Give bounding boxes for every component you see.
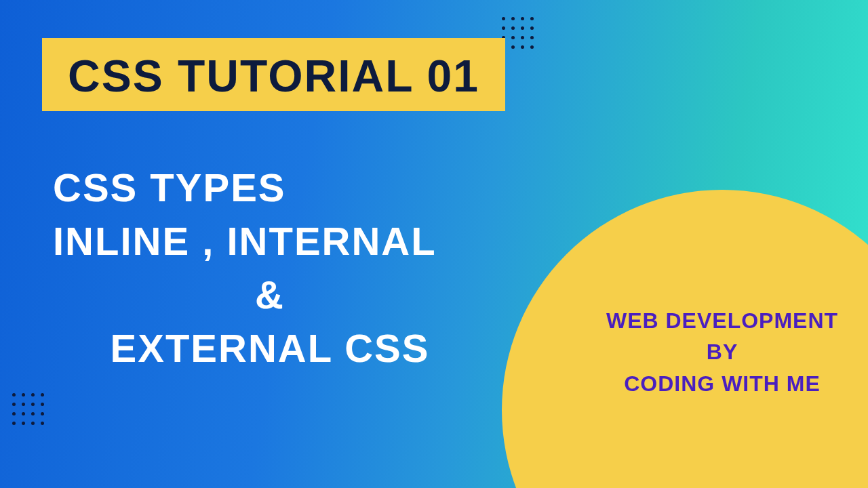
main-heading-block: CSS TYPES INLINE , INTERNAL & EXTERNAL C… <box>53 161 487 375</box>
circle-line-1: WEB DEVELOPMENT <box>606 305 838 336</box>
main-line-4: EXTERNAL CSS <box>53 322 487 375</box>
main-line-3: & <box>53 268 487 322</box>
circle-line-2: BY <box>707 336 738 367</box>
title-text: CSS TUTORIAL 01 <box>68 50 479 102</box>
circle-line-3: CODING WITH ME <box>624 368 821 399</box>
title-banner: CSS TUTORIAL 01 <box>42 38 505 111</box>
decorative-dots-top <box>502 17 534 49</box>
main-line-2: INLINE , INTERNAL <box>53 215 487 268</box>
decorative-dots-bottom <box>12 393 44 425</box>
main-line-1: CSS TYPES <box>53 161 487 215</box>
channel-circle: WEB DEVELOPMENT BY CODING WITH ME <box>502 190 868 488</box>
